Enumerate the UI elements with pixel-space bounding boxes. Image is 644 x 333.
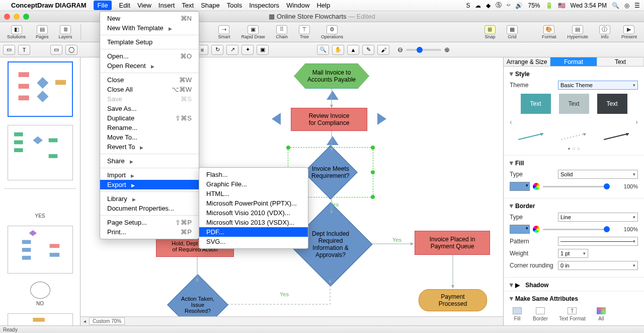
swatch-3[interactable]: Text	[597, 94, 627, 114]
border-color-wheel-icon[interactable]	[533, 226, 540, 233]
tab-format[interactable]: Format	[550, 57, 597, 66]
tb-tree[interactable]: ⊤Tree	[295, 24, 314, 40]
arrow-style-3[interactable]	[602, 131, 632, 142]
tb-chain[interactable]: ⠿Chain	[272, 24, 292, 40]
s-icon[interactable]: S	[466, 2, 470, 9]
window-min-button[interactable]	[14, 14, 20, 20]
zoom-slider[interactable]	[406, 49, 441, 51]
nav-arrow-right[interactable]	[377, 113, 386, 125]
zoom-in-icon[interactable]: ⊕	[444, 46, 450, 53]
export-menu-microsoft-powerpoint-pptx-[interactable]: Microsoft PowerPoint (PPTX)...	[199, 198, 308, 208]
tb-operations[interactable]: ⚙Operations	[317, 24, 347, 40]
nav-arrow-down-2[interactable]	[327, 136, 339, 145]
fill-color-wheel-icon[interactable]	[533, 183, 540, 190]
export-menu-flash-[interactable]: Flash...	[199, 170, 308, 179]
page-thumb-3[interactable]	[8, 226, 73, 274]
skype-icon[interactable]: Ⓢ	[496, 1, 502, 10]
same-border[interactable]: Border	[533, 307, 548, 321]
export-menu-microsoft-visio-vdx-[interactable]: Microsoft Visio 2010 (VDX)...	[199, 208, 308, 218]
tb-hypernote[interactable]: ▤Hypernote	[563, 24, 592, 40]
tb-format[interactable]: 🎨Format	[538, 24, 560, 40]
tab-text[interactable]: Text	[597, 57, 644, 66]
tb-layers[interactable]: ≣Layers	[55, 24, 76, 40]
file-menu-revert-to[interactable]: Revert To	[100, 142, 199, 152]
swatch-2[interactable]: Text	[559, 94, 589, 114]
menu-help[interactable]: Help	[316, 2, 330, 9]
file-menu-new[interactable]: New⌘N	[100, 14, 199, 23]
shape-review-invoice[interactable]: Review Invoice for Compliance	[291, 108, 367, 131]
tb-rapiddraw[interactable]: ▣Rapid Draw	[237, 24, 269, 40]
file-menu-move-to-[interactable]: Move To...	[100, 132, 199, 142]
brush-tool[interactable]: 🖌	[377, 45, 389, 55]
tb-smart[interactable]: ⇢Smart	[214, 24, 234, 40]
export-menu-html-[interactable]: HTML...	[199, 189, 308, 198]
eyedrop-tool[interactable]: ✎	[362, 45, 374, 55]
shadow-title[interactable]: ▶ Shadow	[510, 282, 638, 289]
menu-shape[interactable]: Shape	[201, 2, 220, 9]
bucket-tool[interactable]: ▲	[347, 45, 359, 55]
battery-icon[interactable]: 🔋	[545, 2, 553, 9]
notification-icon[interactable]: ☰	[634, 2, 640, 9]
page-thumb-2[interactable]	[8, 125, 73, 180]
file-menu-save[interactable]: Save⌘S	[100, 94, 199, 104]
tb-info[interactable]: ⓘInfo	[595, 24, 614, 40]
export-menu-graphic-file-[interactable]: Graphic File...	[199, 179, 308, 189]
border-color[interactable]	[510, 225, 530, 234]
export-menu-microsoft-visio-vsdx-[interactable]: Microsoft Visio 2013 (VSDX)...	[199, 218, 308, 227]
same-title[interactable]: Make Same Attributes	[510, 295, 638, 302]
arrow-style-1[interactable]	[516, 131, 546, 142]
shape-ellipse-tool[interactable]: ◯	[65, 45, 77, 55]
file-menu-import[interactable]: Import	[100, 170, 199, 180]
pan-tool[interactable]: ✋	[332, 45, 344, 55]
border-opacity-slider[interactable]	[543, 229, 610, 230]
border-pattern-select[interactable]	[558, 237, 638, 246]
tb-present[interactable]: ▶Present	[617, 24, 641, 40]
export-menu-svg-[interactable]: SVG...	[199, 237, 308, 246]
tb-grid[interactable]: ▦Grid	[503, 24, 522, 40]
connector-tool[interactable]: ↗	[226, 45, 238, 55]
swatch-1[interactable]: Text	[521, 94, 551, 114]
arrow-style-2[interactable]	[559, 131, 589, 142]
theme-select[interactable]: Basic Theme	[558, 81, 638, 90]
style-prev[interactable]: ‹	[510, 118, 512, 126]
corner-input[interactable]: 0 in	[558, 261, 638, 270]
zoom-value[interactable]: Custom 70%	[89, 317, 125, 325]
border-type-select[interactable]: Line	[558, 213, 638, 222]
page-thumb-4[interactable]	[8, 313, 73, 325]
tb-pages[interactable]: ▤Pages	[32, 24, 53, 40]
shape-payment-processed[interactable]: Payment Processed	[419, 289, 487, 311]
menu-edit[interactable]: Edit	[119, 2, 130, 9]
window-close-button[interactable]	[4, 14, 10, 20]
fill-opacity-slider[interactable]	[543, 186, 610, 187]
nav-arrow-left[interactable]	[272, 113, 281, 125]
tb-solutions[interactable]: ◧Solutions	[3, 24, 30, 40]
shape-payment-queue[interactable]: Invoice Placed in Payment Queue	[415, 231, 490, 255]
fill-color[interactable]	[510, 182, 530, 191]
border-title[interactable]: Border	[510, 203, 638, 210]
file-menu-print-[interactable]: Print...⌘P	[100, 227, 199, 237]
menu-view[interactable]: View	[137, 2, 151, 9]
flag-icon[interactable]: 🇺🇸	[558, 2, 566, 9]
text-tool[interactable]: T	[18, 45, 30, 55]
palette-yes[interactable]: YES	[4, 194, 76, 219]
file-menu-save-as-[interactable]: Save As...	[100, 104, 199, 113]
menu-file[interactable]: File	[94, 1, 112, 10]
file-menu-close-all[interactable]: Close All⌥⌘W	[100, 85, 199, 94]
shape-mail-invoice[interactable]: Mail Invoice to Accounts Payable	[294, 63, 369, 89]
tab-arrange[interactable]: Arrange & Size	[504, 57, 550, 66]
file-menu-duplicate[interactable]: Duplicate⇧⌘S	[100, 113, 199, 123]
file-menu-document-properties-[interactable]: Document Properties...	[100, 204, 199, 213]
window-max-button[interactable]	[23, 14, 29, 20]
file-menu-open-recent[interactable]: Open Recent	[100, 61, 199, 71]
palette-no[interactable]: NO	[4, 282, 76, 306]
page-thumb-1[interactable]	[8, 61, 73, 117]
zoom-tool[interactable]: 🔍	[317, 45, 329, 55]
file-menu-template-setup[interactable]: Template Setup	[100, 37, 199, 47]
file-menu-library[interactable]: Library	[100, 194, 199, 204]
zoom-out-icon[interactable]: ⊖	[397, 46, 403, 53]
tb-snap[interactable]: ⊞Snap	[480, 24, 500, 40]
zoom-arrow-left[interactable]: ◂	[84, 318, 86, 324]
style-title[interactable]: Style	[510, 71, 638, 78]
volume-icon[interactable]: 🔊	[515, 2, 523, 9]
menu-insert[interactable]: Insert	[158, 2, 175, 9]
